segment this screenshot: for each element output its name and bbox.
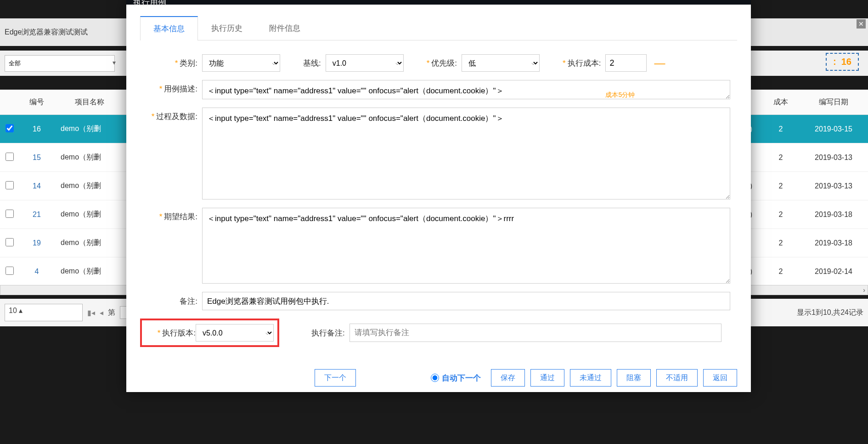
row-checkbox[interactable] (6, 267, 14, 275)
row-cost: 2 (762, 239, 799, 247)
bg-close-button[interactable]: ✕ (857, 19, 866, 28)
remark-input[interactable] (202, 292, 730, 310)
modal-action-row: 下一个 自动下一个 保存 通过 未通过 阻塞 不适用 返回 (126, 364, 751, 392)
row-proj: demo（别删 (55, 210, 124, 219)
priority-select[interactable]: 低 (462, 54, 540, 72)
tab-basic-info[interactable]: 基本信息 (140, 16, 198, 40)
save-button[interactable]: 保存 (491, 369, 525, 387)
baseline-select[interactable]: v1.0 (326, 54, 404, 72)
category-select[interactable]: 功能 (202, 54, 280, 72)
expected-textarea[interactable] (202, 208, 730, 284)
modal-title: 执行用例 (133, 0, 166, 8)
modal-titlebar: 执行用例 (126, 0, 751, 5)
page-size-select[interactable]: 10 ▴ (5, 304, 83, 321)
bg-subheader-title: Edge浏览器兼容测试测试 (5, 28, 88, 37)
pass-button[interactable]: 通过 (530, 369, 564, 387)
fail-button[interactable]: 未通过 (570, 369, 611, 387)
row-id: 14 (18, 182, 55, 190)
row-proj: demo（别删 (55, 267, 124, 276)
row-id: 19 (18, 239, 55, 247)
cost-hint: 成本5分钟 (605, 91, 635, 99)
row-date: 2019-02-14 (799, 268, 868, 276)
na-button[interactable]: 不适用 (656, 369, 698, 387)
modal-tabs: 基本信息 执行历史 附件信息 (140, 16, 737, 40)
row-top-fields: *类别: 功能 基线: v1.0 *优先级: 低 *执行成本: 成本5分钟 — (140, 54, 737, 72)
row-date: 2019-03-13 (799, 182, 868, 190)
row-proj: demo（别删 (55, 124, 124, 134)
tab-exec-history[interactable]: 执行历史 (198, 16, 256, 40)
row-date: 2019-03-13 (799, 154, 868, 162)
row-id: 15 (18, 154, 55, 162)
minus-icon[interactable]: — (654, 57, 665, 69)
row-cost: 2 (762, 211, 799, 219)
col-date: 编写日期 (799, 97, 868, 107)
row-id: 4 (18, 268, 55, 276)
pager-summary: 显示1到10,共24记录 (797, 308, 863, 318)
pager-prev-icon[interactable]: ◂ (100, 308, 103, 317)
col-id: 编号 (18, 97, 55, 107)
exec-version-select[interactable]: v5.0.0 (196, 324, 274, 342)
count-badge: : 16 (826, 53, 859, 71)
row-remark: 备注: (140, 292, 737, 310)
case-desc-textarea[interactable] (202, 80, 730, 99)
row-case-desc: *用例描述: (140, 80, 737, 99)
row-cost: 2 (762, 268, 799, 276)
row-cost: 2 (762, 125, 799, 133)
exec-remark-input[interactable] (349, 324, 721, 342)
row-checkbox[interactable] (6, 238, 14, 246)
pager-first-icon[interactable]: ▮◂ (87, 308, 95, 317)
tab-attachments[interactable]: 附件信息 (256, 16, 314, 40)
row-expected: *期望结果: (140, 208, 737, 284)
row-checkbox[interactable] (6, 124, 14, 132)
row-proj: demo（别删 (55, 181, 124, 191)
row-proj: demo（别删 (55, 153, 124, 162)
bg-filter-select[interactable]: 全部 (5, 55, 115, 72)
row-process: *过程及数据: (140, 108, 737, 199)
row-proj: demo（别删 (55, 238, 124, 248)
row-id: 16 (18, 125, 55, 133)
execute-case-modal: 执行用例 基本信息 执行历史 附件信息 *类别: 功能 基线: v1.0 *优先… (126, 0, 751, 392)
back-button[interactable]: 返回 (703, 369, 737, 387)
row-checkbox[interactable] (6, 153, 14, 161)
auto-next-radio[interactable]: 自动下一个 (431, 373, 481, 383)
row-checkbox[interactable] (6, 181, 14, 189)
row-exec-version: *执行版本: v5.0.0 执行备注: (140, 319, 737, 347)
row-date: 2019-03-18 (799, 239, 868, 247)
exec-cost-input[interactable] (605, 54, 647, 72)
process-textarea[interactable] (202, 108, 730, 199)
row-cost: 2 (762, 154, 799, 162)
row-cost: 2 (762, 182, 799, 190)
block-button[interactable]: 阻塞 (617, 369, 651, 387)
exec-version-highlight: *执行版本: v5.0.0 (140, 319, 279, 347)
auto-next-radio-input[interactable] (431, 374, 439, 382)
row-id: 21 (18, 211, 55, 219)
row-date: 2019-03-15 (799, 125, 868, 133)
col-proj: 项目名称 (55, 97, 124, 107)
col-cost: 成本 (762, 97, 799, 107)
row-date: 2019-03-18 (799, 211, 868, 219)
next-button[interactable]: 下一个 (315, 369, 356, 387)
row-checkbox[interactable] (6, 210, 14, 218)
